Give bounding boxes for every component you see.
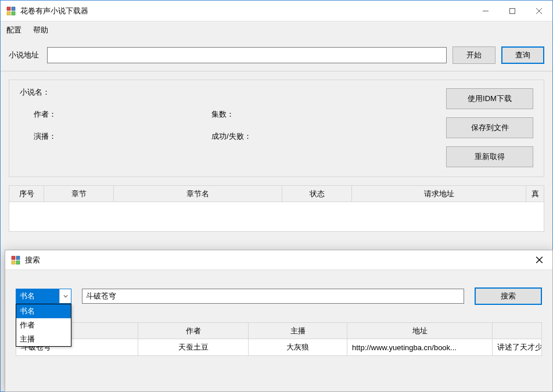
address-label: 小说地址 [9, 50, 39, 60]
rescell-url: http://www.yuetingba.cn/book... [347, 339, 493, 355]
combo-selected-text: 书名 [16, 289, 59, 303]
novel-name-label: 小说名： [20, 87, 51, 98]
search-body: 书名 书名 作者 主播 搜索 [5, 270, 552, 305]
rescol-narrator[interactable]: 主播 [249, 323, 347, 339]
rescol-desc[interactable] [493, 323, 541, 339]
search-window-title: 搜索 [25, 255, 40, 265]
combo-option-narrator[interactable]: 主播 [16, 332, 71, 346]
rescell-desc: 讲述了天才少 [493, 339, 541, 355]
chapter-table: 序号 章节 章节名 状态 请求地址 真 [9, 185, 544, 232]
svg-rect-10 [12, 261, 15, 264]
svg-rect-0 [7, 7, 10, 10]
info-right: 使用IDM下载 保存到文件 重新取得 [446, 87, 533, 167]
rescol-url[interactable]: 地址 [347, 323, 493, 339]
chevron-down-icon [59, 289, 71, 303]
main-window-title: 花卷有声小说下载器 [20, 6, 88, 16]
result-row[interactable]: 斗破苍穹 天蚕土豆 大灰狼 http://www.yuetingba.cn/bo… [16, 339, 541, 355]
combo-option-author[interactable]: 作者 [16, 318, 71, 332]
col-chapter[interactable]: 章节 [44, 186, 114, 202]
svg-rect-9 [16, 256, 20, 260]
rescell-narrator: 大灰狼 [249, 339, 347, 355]
query-button[interactable]: 查询 [501, 46, 544, 64]
maximize-button[interactable] [499, 1, 526, 21]
episodes-label: 集数： [211, 109, 243, 120]
search-close-button[interactable] [526, 250, 552, 270]
search-result-table: 作者 主播 地址 斗破苍穹 天蚕土豆 大灰狼 http://www.yuetin… [16, 322, 542, 356]
minimize-button[interactable] [472, 1, 499, 21]
col-chname[interactable]: 章节名 [114, 186, 282, 202]
search-app-icon [11, 256, 20, 265]
search-row: 书名 书名 作者 主播 搜索 [16, 287, 542, 305]
col-index[interactable]: 序号 [9, 186, 44, 202]
main-titlebar: 花卷有声小说下载器 [1, 1, 552, 21]
search-titlebar: 搜索 [5, 250, 552, 270]
result-header: 作者 主播 地址 [16, 323, 541, 339]
svg-rect-1 [12, 7, 15, 10]
app-icon [6, 6, 16, 16]
info-panel: 小说名： 作者： 集数： 演播： 成功/失败： 使用IDM下载 保存到文件 重新… [9, 80, 544, 177]
refresh-button[interactable]: 重新取得 [446, 146, 533, 167]
menu-help[interactable]: 帮助 [33, 25, 48, 35]
col-status[interactable]: 状态 [282, 186, 352, 202]
col-url[interactable]: 请求地址 [352, 186, 526, 202]
combo-dropdown: 书名 作者 主播 [16, 304, 71, 347]
rescol-author[interactable]: 作者 [138, 323, 249, 339]
col-real[interactable]: 真 [526, 186, 544, 202]
svg-rect-3 [12, 12, 15, 15]
svg-rect-5 [510, 8, 515, 13]
info-left: 小说名： 作者： 集数： 演播： 成功/失败： [20, 87, 446, 167]
address-input[interactable] [47, 47, 447, 63]
close-button[interactable] [526, 1, 552, 21]
svg-rect-2 [7, 12, 10, 15]
address-row: 小说地址 开始 查询 [1, 39, 552, 71]
svg-rect-11 [16, 261, 20, 264]
success-fail-label: 成功/失败： [211, 131, 264, 142]
combo-option-title[interactable]: 书名 [16, 304, 71, 318]
chapter-table-header: 序号 章节 章节名 状态 请求地址 真 [9, 186, 544, 202]
start-button[interactable]: 开始 [453, 46, 495, 64]
svg-rect-8 [12, 256, 15, 260]
menu-config[interactable]: 配置 [6, 25, 21, 35]
idm-download-button[interactable]: 使用IDM下载 [446, 88, 533, 109]
save-to-file-button[interactable]: 保存到文件 [446, 117, 533, 138]
search-type-combo[interactable]: 书名 书名 作者 主播 [16, 289, 71, 304]
search-button[interactable]: 搜索 [475, 287, 542, 305]
search-window: 搜索 书名 书名 作者 主播 搜索 作者 [5, 250, 553, 392]
author-label: 作者： [20, 109, 56, 120]
search-input[interactable] [82, 289, 464, 304]
narrator-label: 演播： [20, 131, 56, 142]
menubar: 配置 帮助 [1, 21, 552, 39]
rescell-author: 天蚕土豆 [138, 339, 249, 355]
